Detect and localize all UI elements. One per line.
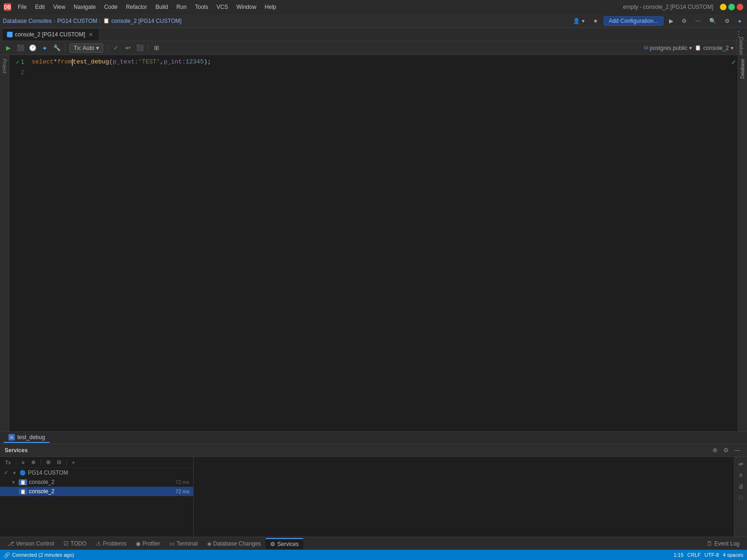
toolbar-sep3 — [148, 44, 148, 52]
status-line-ending[interactable]: CRLF — [687, 552, 701, 558]
schema-icon: ⛁ — [644, 45, 648, 51]
expand-btn[interactable]: ⊕ — [29, 458, 38, 466]
stop2-btn[interactable]: ⬛ — [134, 42, 146, 54]
app-icon: DB — [4, 3, 11, 11]
line1-check: ✓ — [16, 57, 20, 67]
menu-help[interactable]: Help — [261, 3, 280, 11]
menu-edit[interactable]: Edit — [31, 3, 49, 11]
tx-selector[interactable]: Tx: Auto ▾ — [70, 43, 103, 53]
editor-toolbar: ▶ ⬛ 🕐 ● 🔧 Tx: Auto ▾ ✓ ↩ ⬛ ⊞ ⛁ postgres.… — [0, 41, 747, 55]
breadcrumb-database-consoles[interactable]: Database Consoles — [3, 18, 52, 24]
status-indent[interactable]: 4 spaces — [723, 552, 743, 558]
menu-file[interactable]: File — [14, 3, 30, 11]
menu-refactor[interactable]: Refactor — [122, 3, 151, 11]
status-charset[interactable]: UTF-8 — [705, 552, 719, 558]
services-minimize-btn[interactable]: — — [732, 445, 742, 455]
menu-code[interactable]: Code — [100, 3, 121, 11]
svc-sort-btn[interactable]: ≡ — [736, 470, 746, 480]
filter-btn[interactable]: ⊞ — [44, 458, 53, 466]
tab-todo[interactable]: ☑ TODO — [59, 539, 91, 549]
kw-from: from — [57, 57, 72, 67]
status-connection[interactable]: 🔗 Connected (2 minutes ago) — [4, 552, 74, 558]
pin-btn[interactable]: ⊟ — [55, 458, 63, 466]
services-add-btn[interactable]: ⊕ — [710, 445, 720, 455]
table-btn[interactable]: ⊞ — [151, 42, 162, 54]
breadcrumb-console-icon: 📋 — [103, 18, 110, 24]
tx-btn[interactable]: Tx — [3, 459, 13, 466]
console-label: console_2 — [703, 45, 729, 51]
run-navbar-btn[interactable]: ▶ — [666, 16, 676, 26]
services-controls: ⊕ ⚙ — — [710, 445, 742, 455]
history-btn[interactable]: 🕐 — [27, 42, 38, 54]
fn-test-debug: test_debug — [73, 57, 109, 67]
menu-navigate[interactable]: Navigate — [70, 3, 99, 11]
debug-btn[interactable]: ● — [39, 42, 50, 54]
minimize-btn[interactable] — [720, 4, 726, 10]
database-sidebar-label[interactable]: Database — [740, 59, 745, 79]
console-selector[interactable]: 📋 console_2 ▾ — [695, 45, 733, 51]
collapse-all-btn[interactable]: ≡ — [19, 459, 27, 466]
menu-bar: FileEditViewNavigateCodeRefactorBuildRun… — [14, 3, 620, 11]
tab-problems[interactable]: ⚠ Problems — [91, 539, 132, 549]
more-btn[interactable]: ⋯ — [692, 16, 704, 26]
console2-tab[interactable]: console_2 [PG14 CUSTOM] ✕ — [2, 28, 99, 41]
revert-btn[interactable]: ↩ — [122, 42, 133, 54]
tab-version-control[interactable]: ⎇ Version Control — [3, 539, 59, 549]
status-right: 1:15 CRLF UTF-8 4 spaces — [674, 552, 743, 558]
tree-item-pg14[interactable]: ✓ ▼ 🔵 PG14 CUSTOM — [0, 468, 193, 477]
tab-terminal-label: Terminal — [176, 540, 197, 547]
tab-event-log[interactable]: 🗒 Event Log — [702, 539, 744, 549]
settings-navbar-btn[interactable]: ⚙ — [679, 16, 690, 26]
gear-btn[interactable]: ⚙ — [722, 16, 733, 26]
tab-services[interactable]: ⚙ Services — [265, 538, 303, 549]
close-btn[interactable] — [737, 4, 743, 10]
menu-run[interactable]: Run — [173, 3, 190, 11]
menu-view[interactable]: View — [49, 3, 69, 11]
tab-terminal[interactable]: ▭ Terminal — [165, 539, 202, 549]
profile-btn[interactable]: ● — [735, 16, 744, 26]
menu-build[interactable]: Build — [152, 3, 172, 11]
right-activity-bar: Database — [738, 55, 747, 431]
user-btn[interactable]: 👤 ▾ — [570, 16, 587, 26]
bookmark-btn[interactable]: ★ — [590, 16, 601, 26]
breadcrumb-console2[interactable]: console_2 [PG14 CUSTOM] — [112, 18, 182, 24]
result-tab[interactable]: ⊞ test_debug — [4, 433, 49, 443]
pg14-label: PG14 CUSTOM — [28, 469, 189, 476]
search-btn[interactable]: 🔍 — [706, 16, 719, 26]
right-check: ✓ — [730, 57, 738, 67]
svc-wrap-btn[interactable]: ⇌ — [736, 459, 746, 469]
menu-tools[interactable]: Tools — [191, 3, 212, 11]
console-icon: 📋 — [695, 45, 701, 51]
console2-parent-icon: 📋 — [19, 479, 27, 485]
breadcrumb-pg14-custom[interactable]: PG14 CUSTOM — [57, 18, 98, 24]
menu-vcs[interactable]: VCS — [213, 3, 232, 11]
tab-close-btn[interactable]: ✕ — [88, 31, 94, 38]
result-tab-label: test_debug — [17, 434, 45, 441]
maximize-btn[interactable] — [728, 4, 735, 10]
check-btn[interactable]: ✓ — [110, 42, 121, 54]
wrench-btn[interactable]: 🔧 — [51, 42, 63, 54]
editor-content[interactable]: select * from test_debug ( p_text: 'TEST… — [28, 55, 730, 431]
svc-clear-btn[interactable]: ⊡ — [736, 492, 746, 503]
tree-item-console2-parent[interactable]: ▼ 📋 console_2 72 ms — [0, 477, 193, 487]
tab-problems-label: Problems — [103, 540, 127, 547]
add-service-btn[interactable]: + — [70, 459, 77, 466]
stop-btn[interactable]: ⬛ — [15, 42, 26, 54]
profiler-icon: ◉ — [136, 540, 140, 547]
menu-window[interactable]: Window — [233, 3, 260, 11]
status-position[interactable]: 1:15 — [674, 552, 684, 558]
svc-print-btn[interactable]: 🖨 — [736, 481, 746, 491]
project-label[interactable]: Project — [2, 59, 7, 73]
tree-item-console2-selected[interactable]: 📋 console_2 72 ms — [0, 487, 193, 496]
tab-database-changes[interactable]: ◈ Database Changes — [202, 539, 266, 549]
left-activity-bar: Project — [0, 55, 9, 431]
version-control-icon: ⎇ — [7, 540, 14, 547]
services-settings-btn[interactable]: ⚙ — [721, 445, 731, 455]
result-tab-icon: ⊞ — [8, 434, 15, 441]
services-icon: ⚙ — [270, 541, 275, 547]
tab-profiler[interactable]: ◉ Profiler — [131, 539, 165, 549]
add-configuration-btn[interactable]: Add Configuration... — [604, 16, 663, 26]
schema-selector[interactable]: ⛁ postgres.public ▾ — [644, 45, 692, 51]
string-TEST: 'TEST' — [138, 57, 160, 67]
run-btn[interactable]: ▶ — [3, 42, 14, 54]
